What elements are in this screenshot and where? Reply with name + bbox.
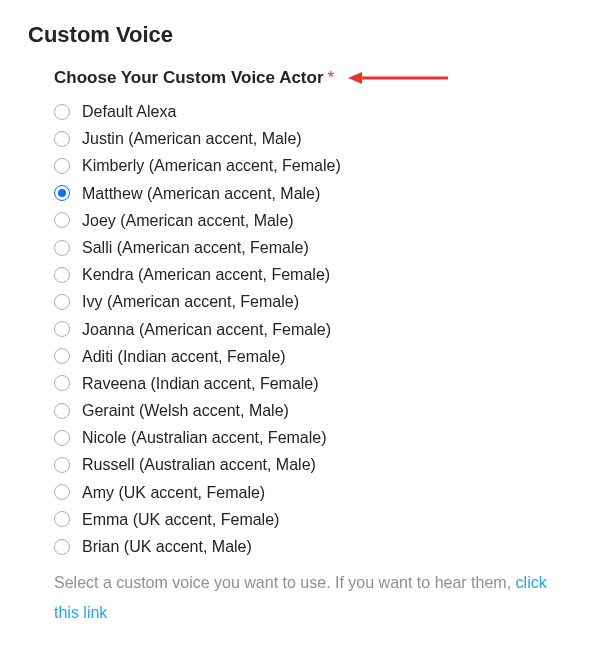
svg-marker-1 — [348, 72, 362, 84]
voice-radio-label: Default Alexa — [82, 102, 176, 121]
voice-radio-label: Russell (Australian accent, Male) — [82, 455, 316, 474]
voice-radio-label: Joey (American accent, Male) — [82, 211, 294, 230]
voice-radio-label: Raveena (Indian accent, Female) — [82, 374, 319, 393]
radio-icon — [54, 104, 70, 120]
voice-radio-item[interactable]: Brian (UK accent, Male) — [54, 533, 572, 560]
voice-radio-item[interactable]: Ivy (American accent, Female) — [54, 288, 572, 315]
radio-icon — [54, 375, 70, 391]
voice-radio-item[interactable]: Amy (UK accent, Female) — [54, 479, 572, 506]
voice-radio-list: Default AlexaJustin (American accent, Ma… — [54, 98, 572, 560]
voice-radio-item[interactable]: Matthew (American accent, Male) — [54, 180, 572, 207]
radio-icon — [54, 348, 70, 364]
voice-radio-label: Matthew (American accent, Male) — [82, 184, 320, 203]
radio-icon — [54, 457, 70, 473]
arrow-left-icon — [348, 70, 448, 86]
radio-icon — [54, 158, 70, 174]
voice-radio-item[interactable]: Kendra (American accent, Female) — [54, 261, 572, 288]
voice-radio-item[interactable]: Joanna (American accent, Female) — [54, 316, 572, 343]
voice-radio-label: Aditi (Indian accent, Female) — [82, 347, 286, 366]
voice-radio-item[interactable]: Geraint (Welsh accent, Male) — [54, 397, 572, 424]
radio-icon — [54, 131, 70, 147]
voice-actor-form-group: Choose Your Custom Voice Actor * Default… — [28, 68, 572, 627]
voice-radio-label: Kimberly (American accent, Female) — [82, 156, 341, 175]
radio-icon — [54, 240, 70, 256]
voice-radio-label: Justin (American accent, Male) — [82, 129, 302, 148]
voice-radio-item[interactable]: Russell (Australian accent, Male) — [54, 451, 572, 478]
radio-icon — [54, 539, 70, 555]
voice-radio-item[interactable]: Kimberly (American accent, Female) — [54, 152, 572, 179]
radio-icon — [54, 403, 70, 419]
voice-radio-label: Amy (UK accent, Female) — [82, 483, 265, 502]
help-text: Select a custom voice you want to use. I… — [54, 568, 572, 627]
voice-radio-item[interactable]: Emma (UK accent, Female) — [54, 506, 572, 533]
voice-radio-label: Salli (American accent, Female) — [82, 238, 309, 257]
voice-radio-label: Ivy (American accent, Female) — [82, 292, 299, 311]
voice-radio-label: Kendra (American accent, Female) — [82, 265, 330, 284]
voice-radio-label: Nicole (Australian accent, Female) — [82, 428, 327, 447]
radio-icon — [54, 484, 70, 500]
voice-radio-label: Joanna (American accent, Female) — [82, 320, 331, 339]
radio-icon — [54, 212, 70, 228]
voice-radio-item[interactable]: Joey (American accent, Male) — [54, 207, 572, 234]
voice-radio-item[interactable]: Raveena (Indian accent, Female) — [54, 370, 572, 397]
voice-radio-label: Emma (UK accent, Female) — [82, 510, 279, 529]
voice-radio-item[interactable]: Default Alexa — [54, 98, 572, 125]
radio-icon — [54, 185, 70, 201]
section-title: Custom Voice — [28, 22, 572, 48]
help-text-content: Select a custom voice you want to use. I… — [54, 574, 516, 591]
voice-radio-item[interactable]: Nicole (Australian accent, Female) — [54, 424, 572, 451]
radio-icon — [54, 321, 70, 337]
voice-radio-item[interactable]: Justin (American accent, Male) — [54, 125, 572, 152]
radio-icon — [54, 267, 70, 283]
form-label: Choose Your Custom Voice Actor — [54, 68, 324, 88]
radio-icon — [54, 294, 70, 310]
radio-icon — [54, 511, 70, 527]
radio-icon — [54, 430, 70, 446]
voice-radio-item[interactable]: Aditi (Indian accent, Female) — [54, 343, 572, 370]
form-label-row: Choose Your Custom Voice Actor * — [54, 68, 572, 88]
voice-radio-item[interactable]: Salli (American accent, Female) — [54, 234, 572, 261]
voice-radio-label: Brian (UK accent, Male) — [82, 537, 252, 556]
required-asterisk: * — [328, 68, 335, 88]
voice-radio-label: Geraint (Welsh accent, Male) — [82, 401, 289, 420]
